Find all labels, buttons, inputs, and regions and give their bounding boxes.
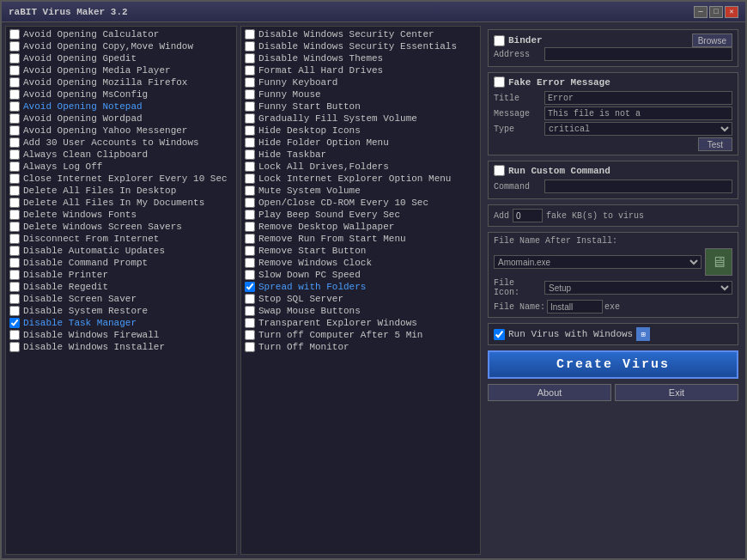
left-checkbox-14[interactable] xyxy=(9,198,20,208)
middle-list-item[interactable]: Format All Hard Drives xyxy=(241,64,480,76)
command-input[interactable] xyxy=(544,180,732,193)
binder-checkbox[interactable] xyxy=(494,35,505,46)
left-checkbox-23[interactable] xyxy=(9,306,20,316)
left-list-item[interactable]: Disable Windows Installer xyxy=(6,341,236,353)
middle-checkbox-25[interactable] xyxy=(245,330,255,340)
close-button[interactable]: ✕ xyxy=(725,6,738,18)
left-list-item[interactable]: Avoid Opening Calculator xyxy=(6,28,236,40)
middle-checkbox-15[interactable] xyxy=(245,210,255,220)
left-checkbox-12[interactable] xyxy=(9,173,20,184)
left-checkbox-25[interactable] xyxy=(9,330,20,340)
left-checkbox-5[interactable] xyxy=(9,89,20,100)
left-checkbox-2[interactable] xyxy=(9,53,20,64)
middle-checkbox-6[interactable] xyxy=(245,101,255,112)
middle-list-item[interactable]: Lock All Drives,Folders xyxy=(241,161,480,173)
left-checkbox-9[interactable] xyxy=(9,137,20,148)
middle-checkbox-0[interactable] xyxy=(245,29,255,40)
middle-list-item[interactable]: Remove Start Button xyxy=(241,245,480,257)
middle-list-item[interactable]: Funny Keyboard xyxy=(241,76,480,88)
left-checkbox-4[interactable] xyxy=(9,77,20,88)
left-list-item[interactable]: Disable System Restore xyxy=(6,305,236,317)
left-list-item[interactable]: Delete Windows Fonts xyxy=(6,209,236,221)
middle-list-item[interactable]: Turn off Computer After 5 Min xyxy=(241,329,480,341)
middle-list-item[interactable]: Gradually Fill System Volume xyxy=(241,113,480,125)
left-checkbox-26[interactable] xyxy=(9,342,20,352)
left-checkbox-13[interactable] xyxy=(9,186,20,196)
middle-checkbox-2[interactable] xyxy=(245,53,255,64)
middle-list-item[interactable]: Spread with Folders xyxy=(241,281,480,293)
left-checkbox-16[interactable] xyxy=(9,222,20,232)
left-list-item[interactable]: Disable Screen Saver xyxy=(6,293,236,305)
left-checkbox-10[interactable] xyxy=(9,149,20,160)
file-icon-select[interactable]: Setup xyxy=(544,281,732,295)
middle-list-item[interactable]: Turn Off Monitor xyxy=(241,341,480,353)
middle-list-item[interactable]: Disable Windows Themes xyxy=(241,52,480,64)
middle-checkbox-18[interactable] xyxy=(245,246,255,256)
type-select[interactable]: critical warning info xyxy=(544,122,732,136)
left-checkbox-21[interactable] xyxy=(9,282,20,292)
middle-list-item[interactable]: Slow Down PC Speed xyxy=(241,269,480,281)
middle-list-item[interactable]: Remove Run From Start Menu xyxy=(241,233,480,245)
left-list-item[interactable]: Avoid Opening Notepad xyxy=(6,100,236,113)
create-virus-button[interactable]: Create Virus xyxy=(488,350,738,379)
middle-list-item[interactable]: Disable Windows Security Center xyxy=(241,28,480,40)
left-list-item[interactable]: Add 30 User Accounts to Windows xyxy=(6,137,236,149)
left-list-item[interactable]: Disable Automatic Updates xyxy=(6,245,236,257)
middle-checkbox-5[interactable] xyxy=(245,89,255,100)
fake-error-checkbox[interactable] xyxy=(494,76,505,88)
maximize-button[interactable]: □ xyxy=(709,6,723,18)
middle-list-item[interactable]: Play Beep Sound Every Sec xyxy=(241,209,480,221)
middle-checkbox-17[interactable] xyxy=(245,234,255,244)
middle-checkbox-26[interactable] xyxy=(245,342,255,352)
middle-list-item[interactable]: Open/Close CD-ROM Every 10 Sec xyxy=(241,197,480,209)
left-checkbox-24[interactable] xyxy=(9,318,20,328)
title-input[interactable] xyxy=(544,91,732,105)
middle-checkbox-11[interactable] xyxy=(245,161,255,172)
left-list-item[interactable]: Delete All Files In My Documents xyxy=(6,197,236,209)
middle-list-item[interactable]: Stop SQL Server xyxy=(241,293,480,305)
left-checkbox-8[interactable] xyxy=(9,125,20,136)
exit-button[interactable]: Exit xyxy=(615,384,738,401)
middle-checkbox-16[interactable] xyxy=(245,222,255,232)
left-list-item[interactable]: Disable Command Prompt xyxy=(6,257,236,269)
middle-checkbox-14[interactable] xyxy=(245,198,255,208)
left-list-item[interactable]: Avoid Opening Copy,Move Window xyxy=(6,40,236,52)
middle-list-item[interactable]: Remove Desktop Wallpaper xyxy=(241,221,480,233)
file-name-after-select[interactable]: Amomain.exe xyxy=(494,255,701,269)
left-checkbox-17[interactable] xyxy=(9,234,20,244)
left-list-item[interactable]: Avoid Opening Yahoo Messenger xyxy=(6,125,236,137)
file-name-input[interactable] xyxy=(547,300,603,313)
left-checkbox-20[interactable] xyxy=(9,270,20,280)
middle-list-item[interactable]: Funny Mouse xyxy=(241,88,480,100)
middle-checkbox-3[interactable] xyxy=(245,65,255,76)
left-list-item[interactable]: Avoid Opening Wordpad xyxy=(6,113,236,125)
middle-checkbox-4[interactable] xyxy=(245,77,255,88)
middle-checkbox-9[interactable] xyxy=(245,137,255,148)
left-checkbox-3[interactable] xyxy=(9,65,20,76)
address-input[interactable] xyxy=(544,47,732,61)
browse-button[interactable]: Browse xyxy=(692,33,732,47)
left-checkbox-15[interactable] xyxy=(9,210,20,220)
left-list-item[interactable]: Avoid Opening Media Player xyxy=(6,64,236,76)
middle-checkbox-12[interactable] xyxy=(245,173,255,184)
middle-list-item[interactable]: Remove Windows Clock xyxy=(241,257,480,269)
middle-list-item[interactable]: Hide Desktop Icons xyxy=(241,125,480,137)
minimize-button[interactable]: ─ xyxy=(694,6,708,18)
left-checkbox-6[interactable] xyxy=(9,101,20,112)
left-list-item[interactable]: Disable Task Manager xyxy=(6,317,236,329)
left-list-item[interactable]: Always Clean Clipboard xyxy=(6,149,236,161)
left-list-item[interactable]: Always Log Off xyxy=(6,161,236,173)
middle-checkbox-1[interactable] xyxy=(245,41,255,52)
left-checkbox-19[interactable] xyxy=(9,258,20,268)
middle-checkbox-23[interactable] xyxy=(245,306,255,316)
left-checkbox-0[interactable] xyxy=(9,29,20,40)
left-list-item[interactable]: Avoid Opening Mozilla Firefox xyxy=(6,76,236,88)
middle-checkbox-22[interactable] xyxy=(245,294,255,304)
test-button[interactable]: Test xyxy=(698,137,732,151)
middle-checkbox-13[interactable] xyxy=(245,186,255,196)
middle-list-item[interactable]: Funny Start Button xyxy=(241,100,480,113)
middle-checkbox-10[interactable] xyxy=(245,149,255,160)
middle-list-item[interactable]: Swap Mouse Buttons xyxy=(241,305,480,317)
middle-list-item[interactable]: Disable Windows Security Essentials xyxy=(241,40,480,52)
left-list-item[interactable]: Delete Windows Screen Savers xyxy=(6,221,236,233)
